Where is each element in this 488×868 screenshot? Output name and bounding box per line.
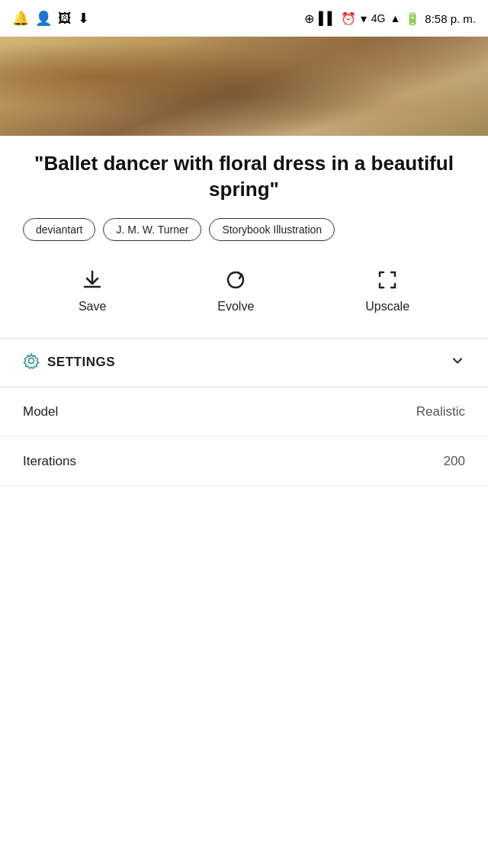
- settings-header-left: SETTINGS: [23, 352, 115, 373]
- alarm-icon: ⏰: [341, 11, 356, 26]
- status-bar: 🔔 👤 🖼 ⬇ ⊕ ▌▌ ⏰ ▾ 4G ▲ 🔋 8:58 p. m.: [0, 0, 488, 37]
- svg-point-0: [29, 358, 34, 363]
- save-button[interactable]: Save: [63, 262, 121, 320]
- tag-deviantart[interactable]: deviantart: [23, 218, 95, 241]
- signal-bars-icon: ▲: [390, 12, 400, 24]
- upscale-label: Upscale: [365, 300, 409, 313]
- tags-row: deviantart J. M. W. Turner Storybook Ill…: [23, 218, 465, 241]
- settings-title: SETTINGS: [47, 355, 115, 370]
- upscale-icon: [376, 268, 399, 295]
- evolve-icon: [224, 268, 247, 295]
- artwork-image: [0, 37, 488, 136]
- iterations-label: Iterations: [23, 454, 76, 469]
- evolve-label: Evolve: [217, 300, 254, 313]
- network-label: 4G: [371, 12, 386, 24]
- time-display: 8:58 p. m.: [425, 12, 476, 25]
- save-icon: [81, 268, 104, 295]
- user-icon: 👤: [35, 10, 52, 27]
- circle-plus-icon: ⊕: [304, 11, 314, 26]
- image-icon: 🖼: [58, 11, 72, 27]
- actions-row: Save Evolve Upscale: [23, 262, 465, 320]
- tag-turner[interactable]: J. M. W. Turner: [103, 218, 201, 241]
- main-content: "Ballet dancer with floral dress in a be…: [0, 136, 488, 320]
- settings-header[interactable]: SETTINGS: [0, 339, 488, 387]
- save-label: Save: [79, 300, 106, 313]
- settings-gear-icon: [23, 352, 40, 373]
- notification-icon: 🔔: [12, 10, 29, 27]
- model-value: Realistic: [416, 404, 465, 420]
- wifi-icon: ▾: [361, 11, 367, 26]
- evolve-button[interactable]: Evolve: [202, 262, 269, 320]
- chevron-down-icon: [450, 353, 465, 372]
- battery-icon: 🔋: [405, 11, 420, 26]
- download-icon: ⬇: [78, 10, 89, 27]
- status-bar-left: 🔔 👤 🖼 ⬇: [12, 10, 89, 27]
- status-bar-right: ⊕ ▌▌ ⏰ ▾ 4G ▲ 🔋 8:58 p. m.: [304, 11, 476, 26]
- signal-icon: ▌▌: [319, 11, 336, 25]
- model-label: Model: [23, 404, 58, 420]
- artwork-title: "Ballet dancer with floral dress in a be…: [23, 151, 465, 203]
- settings-item-model[interactable]: Model Realistic: [0, 387, 488, 437]
- artwork-image-placeholder: [0, 37, 488, 136]
- settings-item-iterations[interactable]: Iterations 200: [0, 437, 488, 487]
- upscale-button[interactable]: Upscale: [350, 262, 425, 320]
- iterations-value: 200: [444, 454, 465, 469]
- tag-storybook[interactable]: Storybook Illustration: [209, 218, 335, 241]
